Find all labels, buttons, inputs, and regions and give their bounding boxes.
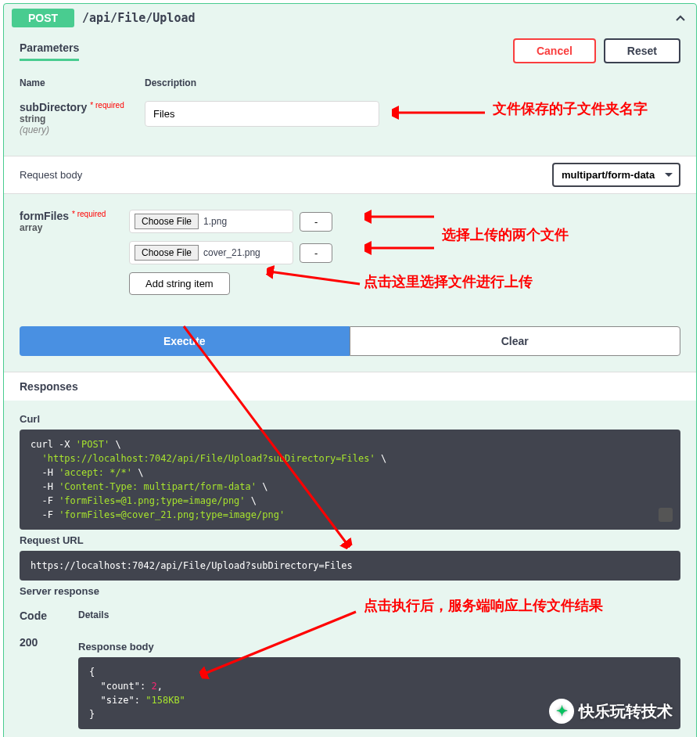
required-marker: * required — [69, 210, 106, 218]
request-body-title: Request body — [20, 169, 82, 181]
file-name-0: 1.png — [203, 216, 227, 227]
remove-file-button-0[interactable]: - — [300, 212, 332, 232]
endpoint-path: /api/File/Upload — [82, 11, 673, 25]
request-body-bar: Request body multipart/form-data — [4, 156, 696, 194]
param-formfiles-type: array — [20, 222, 129, 233]
annotation-response: 点击执行后，服务端响应上传文件结果 — [364, 596, 603, 615]
remove-file-button-1[interactable]: - — [300, 243, 332, 263]
execute-button[interactable]: Execute — [20, 326, 350, 356]
annotation-files: 选择上传的两个文件 — [442, 225, 569, 244]
param-subdir-name: subDirectory — [20, 101, 87, 113]
watermark: ✦ 快乐玩转技术 — [549, 699, 673, 724]
responses-title: Responses — [4, 372, 696, 401]
subdirectory-input[interactable] — [145, 101, 379, 127]
param-desc-header: Description — [145, 77, 680, 88]
clear-button[interactable]: Clear — [350, 326, 681, 356]
cancel-button[interactable]: Cancel — [513, 38, 596, 63]
choose-file-button[interactable]: Choose File — [135, 245, 199, 261]
file-input-1[interactable]: Choose File cover_21.png — [129, 241, 293, 264]
param-subdir-in: (query) — [20, 124, 145, 135]
parameters-title: Parameters — [20, 41, 79, 61]
server-response-label: Server response — [20, 585, 680, 597]
request-url-block: https://localhost:7042/api/File/Upload?s… — [20, 551, 680, 581]
resp-code-header: Code — [20, 609, 78, 622]
chevron-up-icon — [673, 10, 688, 26]
endpoint-header[interactable]: POST /api/File/Upload — [4, 4, 696, 32]
file-name-1: cover_21.png — [203, 247, 260, 258]
response-body-label: Response body — [78, 641, 680, 653]
request-url-label: Request URL — [20, 534, 680, 546]
resp-code-200: 200 — [20, 636, 78, 649]
file-input-0[interactable]: Choose File 1.png — [129, 210, 293, 233]
required-marker: * required — [87, 101, 124, 110]
curl-block: curl -X 'POST' \ 'https://localhost:7042… — [20, 430, 680, 530]
annotation-add: 点击这里选择文件进行上传 — [364, 272, 533, 291]
method-badge: POST — [12, 9, 74, 27]
choose-file-button[interactable]: Choose File — [135, 214, 199, 229]
annotation-subdir: 文件保存的子文件夹名字 — [493, 99, 648, 118]
param-subdir-type: string — [20, 113, 145, 124]
param-name-header: Name — [20, 77, 145, 88]
wechat-icon: ✦ — [549, 699, 574, 724]
curl-label: Curl — [20, 413, 680, 425]
content-type-select[interactable]: multipart/form-data — [552, 163, 680, 187]
add-string-item-button[interactable]: Add string item — [129, 272, 230, 295]
copy-icon[interactable] — [659, 508, 673, 522]
param-formfiles-name: formFiles — [20, 210, 69, 222]
parameters-header: Parameters Cancel Reset — [4, 32, 696, 70]
reset-button[interactable]: Reset — [604, 38, 680, 63]
